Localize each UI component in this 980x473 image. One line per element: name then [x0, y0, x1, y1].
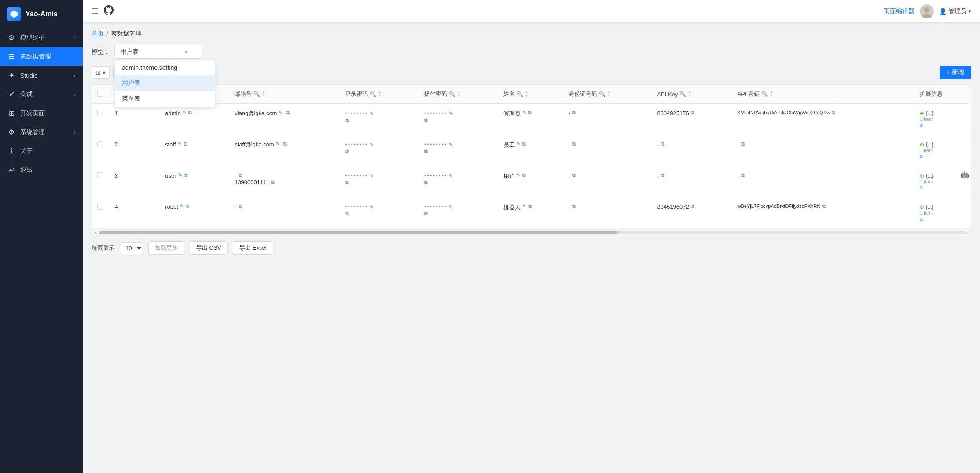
link-icon[interactable]: ⧉ — [691, 204, 694, 209]
scroll-right-arrow[interactable]: › — [964, 229, 969, 236]
link-icon[interactable]: ⧉ — [345, 180, 349, 185]
model-select[interactable]: 用户表 ∧ — [114, 45, 202, 59]
sidebar-item-model-maintenance[interactable]: ⚙ 模型维护 › — [0, 28, 83, 47]
link-icon[interactable]: ⧉ — [239, 204, 242, 209]
link-icon[interactable]: ⧉ — [528, 110, 532, 116]
link-icon[interactable]: ⧉ — [283, 141, 287, 147]
link-icon[interactable]: ⧉ — [661, 141, 664, 147]
sidebar-item-logout[interactable]: ↩ 退出 — [0, 160, 83, 179]
edit-icon[interactable]: ✎ — [449, 142, 453, 147]
link-icon[interactable]: ⧉ — [286, 110, 290, 116]
select-all-checkbox[interactable] — [97, 91, 103, 97]
link-icon[interactable]: ⧉ — [424, 117, 428, 123]
horizontal-scrollbar[interactable]: ‹ › — [92, 229, 971, 235]
sidebar-item-test[interactable]: ✔ 测试 › — [0, 85, 83, 104]
row-checkbox[interactable] — [97, 141, 103, 147]
edit-icon[interactable]: ✎ — [522, 204, 526, 209]
dropdown-item-admin-theme[interactable]: admin.theme.setting — [115, 60, 215, 75]
expand-icon[interactable]: ⊕ — [920, 173, 924, 179]
search-icon[interactable]: 🔍 — [253, 91, 260, 97]
hamburger-icon[interactable]: ☰ — [92, 7, 99, 16]
link-icon[interactable]: ⧉ — [822, 204, 826, 209]
row-checkbox[interactable] — [97, 110, 103, 116]
link-icon[interactable]: ⧉ — [528, 204, 532, 209]
search-icon[interactable]: 🔍 — [599, 91, 606, 97]
link-icon[interactable]: ⧉ — [741, 172, 745, 178]
link-icon[interactable]: ⧉ — [184, 172, 187, 178]
link-icon[interactable]: ⧉ — [920, 185, 923, 190]
github-icon[interactable] — [104, 5, 114, 18]
search-icon[interactable]: 🔍 — [517, 91, 523, 97]
link-icon[interactable]: ⧉ — [572, 141, 576, 147]
edit-icon[interactable]: ✎ — [370, 173, 374, 178]
edit-icon[interactable]: ✎ — [279, 110, 283, 116]
export-excel-button[interactable]: 导出 Excel — [233, 241, 273, 255]
scroll-left-arrow[interactable]: ‹ — [93, 229, 99, 236]
link-icon[interactable]: ⧉ — [661, 172, 664, 178]
edit-icon[interactable]: ✎ — [178, 141, 182, 147]
per-page-select[interactable]: 10 20 50 — [120, 242, 143, 254]
edit-icon[interactable]: ✎ — [178, 172, 182, 178]
link-icon[interactable]: ⧉ — [345, 117, 349, 123]
sidebar-item-about[interactable]: ℹ 关于 — [0, 142, 83, 160]
grid-view-button[interactable]: ⊞ ▾ — [92, 66, 110, 79]
edit-icon[interactable]: ✎ — [180, 204, 184, 209]
load-more-button[interactable]: 加载更多 — [148, 241, 184, 255]
edit-icon[interactable]: ✎ — [522, 110, 526, 116]
link-icon[interactable]: ⧉ — [522, 172, 526, 178]
search-icon[interactable]: 🔍 — [679, 91, 686, 97]
link-icon[interactable]: ⧉ — [920, 154, 923, 159]
link-icon[interactable]: ⧉ — [345, 149, 349, 154]
edit-icon[interactable]: ✎ — [370, 204, 374, 210]
scroll-thumb[interactable] — [99, 231, 618, 234]
dropdown-item-menu-table[interactable]: 菜单表 — [115, 91, 215, 107]
sidebar-item-studio[interactable]: ✦ Studio › — [0, 66, 83, 85]
search-icon[interactable]: 🔍 — [449, 91, 455, 97]
link-icon[interactable]: ⧉ — [424, 211, 428, 216]
edit-icon[interactable]: ✎ — [449, 204, 453, 210]
expand-icon[interactable]: ⊕ — [920, 142, 924, 148]
page-editor-link[interactable]: 页面编辑器 — [884, 7, 914, 15]
edit-icon[interactable]: ✎ — [517, 141, 521, 147]
expand-icon[interactable]: ⊕ — [920, 110, 924, 116]
scroll-track[interactable] — [99, 231, 964, 234]
link-icon[interactable]: ⧉ — [184, 141, 187, 147]
sidebar-item-dev-page[interactable]: ⊞ 开发页面 — [0, 104, 83, 123]
edit-icon[interactable]: ✎ — [449, 111, 453, 116]
link-icon[interactable]: ⧉ — [239, 172, 242, 178]
breadcrumb-home[interactable]: 首页 — [92, 30, 104, 38]
edit-icon[interactable]: ✎ — [183, 110, 187, 116]
row-checkbox[interactable] — [97, 172, 103, 178]
link-icon[interactable]: ⧉ — [920, 216, 923, 222]
add-button-right[interactable]: + 新增 — [940, 66, 971, 79]
edit-icon[interactable]: ✎ — [276, 141, 280, 147]
sidebar-item-sys-admin[interactable]: ⚙ 系统管理 › — [0, 123, 83, 142]
edit-icon[interactable]: ✎ — [449, 173, 453, 178]
link-icon[interactable]: ⧉ — [691, 110, 694, 116]
link-icon[interactable]: ⧉ — [271, 180, 275, 185]
edit-icon[interactable]: ✎ — [517, 172, 521, 178]
link-icon[interactable]: ⧉ — [424, 180, 428, 185]
edit-icon[interactable]: ✎ — [370, 142, 374, 147]
export-csv-button[interactable]: 导出 CSV — [190, 241, 228, 255]
dropdown-item-user-table[interactable]: 用户表 — [115, 75, 215, 91]
link-icon[interactable]: ⧉ — [186, 204, 189, 209]
link-icon[interactable]: ⧉ — [832, 110, 835, 116]
sidebar-item-table-data[interactable]: ☰ 表数据管理 — [0, 47, 83, 66]
expand-icon[interactable]: ⊕ — [920, 204, 924, 210]
link-icon[interactable]: ⧉ — [522, 141, 526, 147]
link-icon[interactable]: ⧉ — [345, 211, 349, 216]
robot-icon[interactable]: 🤖 — [960, 171, 969, 179]
link-icon[interactable]: ⧉ — [920, 123, 923, 128]
link-icon[interactable]: ⧉ — [572, 110, 576, 116]
row-checkbox[interactable] — [97, 204, 103, 210]
edit-icon[interactable]: ✎ — [370, 111, 374, 116]
link-icon[interactable]: ⧉ — [188, 110, 192, 116]
link-icon[interactable]: ⧉ — [572, 204, 576, 209]
link-icon[interactable]: ⧉ — [741, 141, 745, 147]
link-icon[interactable]: ⧉ — [572, 172, 576, 178]
search-icon[interactable]: 🔍 — [370, 91, 376, 97]
link-icon[interactable]: ⧉ — [424, 149, 428, 154]
admin-dropdown[interactable]: 👤 管理员 ▾ — [939, 7, 971, 15]
search-icon[interactable]: 🔍 — [761, 91, 768, 97]
